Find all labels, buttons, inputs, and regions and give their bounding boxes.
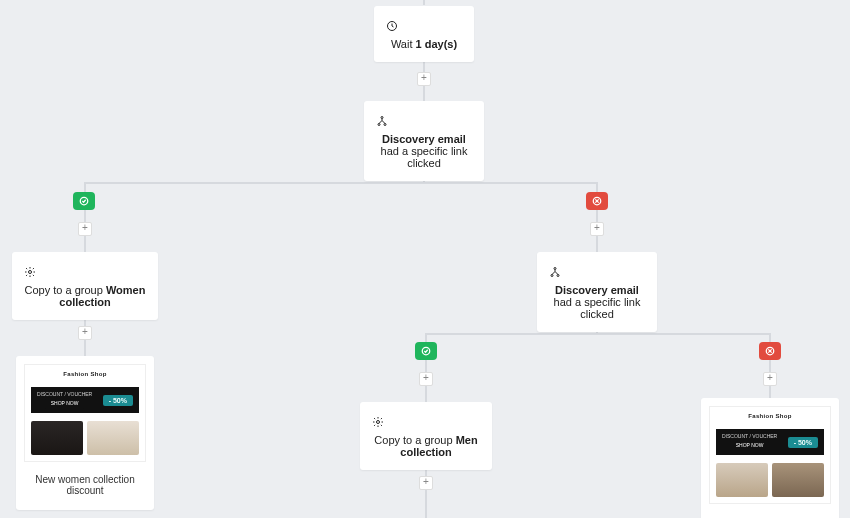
wait-text: Wait 1 day(s) (391, 38, 457, 50)
email-card-women[interactable]: Fashion Shop DISCOUNT / VOUCHER SHOP NOW… (16, 356, 154, 510)
add-step-button[interactable]: + (763, 372, 777, 386)
action-text: Copy to a group Women collection (25, 284, 146, 308)
email-preview: Fashion Shop DISCOUNT / VOUCHER SHOP NOW… (709, 406, 831, 504)
svg-point-3 (384, 124, 386, 126)
add-step-button[interactable]: + (78, 222, 92, 236)
svg-point-8 (551, 275, 553, 277)
action-copy-women[interactable]: Copy to a group Women collection (12, 252, 158, 320)
yes-badge (73, 192, 95, 210)
add-step-button[interactable]: + (590, 222, 604, 236)
condition-text: Discovery email had a specific link clic… (554, 284, 641, 320)
svg-point-1 (381, 117, 383, 119)
email-card-caption: New women collection discount (24, 470, 146, 502)
gear-icon (372, 416, 480, 428)
wait-node[interactable]: Wait 1 day(s) (374, 6, 474, 62)
gear-icon (24, 266, 146, 278)
action-copy-men[interactable]: Copy to a group Men collection (360, 402, 492, 470)
svg-point-7 (554, 268, 556, 270)
no-badge (759, 342, 781, 360)
condition-node-2[interactable]: Discovery email had a specific link clic… (537, 252, 657, 332)
svg-point-9 (557, 275, 559, 277)
email-card-men[interactable]: Fashion Shop DISCOUNT / VOUCHER SHOP NOW… (701, 398, 839, 518)
no-badge (586, 192, 608, 210)
add-step-button[interactable]: + (419, 476, 433, 490)
add-step-button[interactable]: + (78, 326, 92, 340)
email-preview: Fashion Shop DISCOUNT / VOUCHER SHOP NOW… (24, 364, 146, 462)
add-step-button[interactable]: + (419, 372, 433, 386)
svg-point-2 (378, 124, 380, 126)
add-step-button[interactable]: + (417, 72, 431, 86)
yes-badge (415, 342, 437, 360)
action-text: Copy to a group Men collection (374, 434, 477, 458)
svg-point-6 (29, 271, 32, 274)
condition-text: Discovery email had a specific link clic… (381, 133, 468, 169)
split-icon (549, 266, 645, 278)
clock-icon (386, 20, 462, 32)
split-icon (376, 115, 472, 127)
condition-node-1[interactable]: Discovery email had a specific link clic… (364, 101, 484, 181)
svg-point-12 (377, 421, 380, 424)
